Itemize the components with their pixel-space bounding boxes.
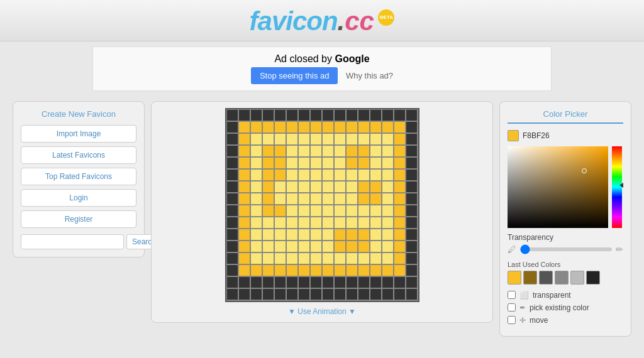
grid-cell[interactable] (239, 146, 250, 156)
grid-cell[interactable] (299, 253, 309, 264)
grid-cell[interactable] (299, 146, 309, 156)
grid-cell[interactable] (335, 146, 345, 156)
grid-cell[interactable] (335, 193, 345, 204)
grid-cell[interactable] (275, 182, 286, 192)
grid-cell[interactable] (263, 289, 274, 300)
grid-cell[interactable] (323, 241, 333, 252)
grid-cell[interactable] (311, 146, 321, 156)
grid-cell[interactable] (406, 277, 417, 288)
grid-cell[interactable] (239, 170, 250, 180)
last-used-color-swatch[interactable] (523, 271, 537, 285)
grid-cell[interactable] (263, 241, 274, 252)
grid-cell[interactable] (311, 158, 321, 168)
grid-cell[interactable] (299, 193, 309, 204)
grid-cell[interactable] (263, 158, 274, 168)
grid-cell[interactable] (370, 217, 381, 228)
grid-cell[interactable] (311, 170, 321, 180)
grid-cell[interactable] (263, 253, 274, 264)
grid-cell[interactable] (275, 277, 286, 288)
grid-cell[interactable] (299, 229, 309, 240)
grid-cell[interactable] (227, 229, 238, 240)
grid-cell[interactable] (358, 217, 369, 228)
grid-cell[interactable] (335, 110, 345, 121)
grid-cell[interactable] (358, 110, 369, 121)
grid-cell[interactable] (358, 122, 369, 133)
top-rated-favicons-button[interactable]: Top Rated Favicons (21, 168, 136, 185)
grid-cell[interactable] (227, 253, 238, 264)
grid-cell[interactable] (394, 229, 405, 240)
last-used-color-swatch[interactable] (539, 271, 553, 285)
grid-cell[interactable] (394, 205, 405, 216)
color-gradient-container[interactable] (508, 146, 622, 228)
grid-cell[interactable] (358, 241, 369, 252)
grid-cell[interactable] (382, 229, 393, 240)
grid-cell[interactable] (347, 193, 357, 204)
grid-cell[interactable] (406, 146, 417, 156)
grid-cell[interactable] (227, 289, 238, 300)
grid-cell[interactable] (323, 277, 333, 288)
grid-cell[interactable] (370, 134, 381, 144)
grid-cell[interactable] (251, 277, 262, 288)
grid-cell[interactable] (263, 146, 274, 156)
grid-cell[interactable] (323, 253, 333, 264)
grid-cell[interactable] (347, 217, 357, 228)
grid-cell[interactable] (347, 146, 357, 156)
grid-cell[interactable] (370, 265, 381, 276)
grid-cell[interactable] (382, 289, 393, 300)
grid-cell[interactable] (347, 205, 357, 216)
grid-cell[interactable] (239, 110, 250, 121)
grid-cell[interactable] (311, 217, 321, 228)
grid-cell[interactable] (358, 265, 369, 276)
grid-cell[interactable] (299, 110, 309, 121)
grid-cell[interactable] (251, 122, 262, 133)
grid-cell[interactable] (311, 253, 321, 264)
grid-cell[interactable] (335, 134, 345, 144)
grid-cell[interactable] (335, 277, 345, 288)
grid-cell[interactable] (382, 158, 393, 168)
grid-cell[interactable] (227, 241, 238, 252)
grid-cell[interactable] (370, 170, 381, 180)
grid-cell[interactable] (370, 277, 381, 288)
grid-cell[interactable] (311, 134, 321, 144)
grid-cell[interactable] (251, 229, 262, 240)
grid-cell[interactable] (382, 265, 393, 276)
grid-cell[interactable] (406, 265, 417, 276)
grid-cell[interactable] (287, 241, 297, 252)
grid-cell[interactable] (394, 265, 405, 276)
grid-cell[interactable] (394, 170, 405, 180)
grid-cell[interactable] (239, 217, 250, 228)
grid-cell[interactable] (227, 134, 238, 144)
grid-cell[interactable] (263, 265, 274, 276)
grid-cell[interactable] (323, 134, 333, 144)
grid-cell[interactable] (311, 277, 321, 288)
grid-cell[interactable] (251, 193, 262, 204)
grid-cell[interactable] (311, 241, 321, 252)
grid-cell[interactable] (394, 277, 405, 288)
grid-cell[interactable] (394, 253, 405, 264)
grid-cell[interactable] (263, 182, 274, 192)
grid-cell[interactable] (251, 134, 262, 144)
grid-cell[interactable] (335, 241, 345, 252)
grid-cell[interactable] (347, 229, 357, 240)
grid-cell[interactable] (287, 158, 297, 168)
grid-cell[interactable] (251, 158, 262, 168)
grid-cell[interactable] (275, 110, 286, 121)
grid-cell[interactable] (239, 193, 250, 204)
grid-cell[interactable] (406, 217, 417, 228)
grid-cell[interactable] (323, 265, 333, 276)
grid-cell[interactable] (287, 182, 297, 192)
grid-cell[interactable] (311, 193, 321, 204)
grid-cell[interactable] (370, 205, 381, 216)
grid-cell[interactable] (275, 217, 286, 228)
grid-cell[interactable] (323, 193, 333, 204)
hex-swatch[interactable] (508, 130, 519, 141)
grid-cell[interactable] (287, 193, 297, 204)
grid-cell[interactable] (406, 289, 417, 300)
grid-cell[interactable] (406, 205, 417, 216)
grid-cell[interactable] (335, 158, 345, 168)
grid-cell[interactable] (323, 229, 333, 240)
last-used-color-swatch[interactable] (586, 271, 600, 285)
grid-cell[interactable] (239, 265, 250, 276)
grid-cell[interactable] (347, 158, 357, 168)
grid-cell[interactable] (251, 146, 262, 156)
